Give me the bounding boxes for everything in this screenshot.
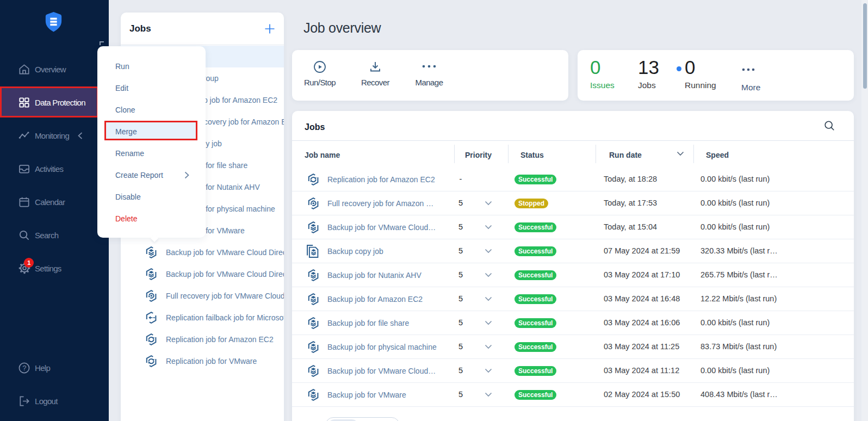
svg-text:?: ?	[22, 364, 26, 372]
